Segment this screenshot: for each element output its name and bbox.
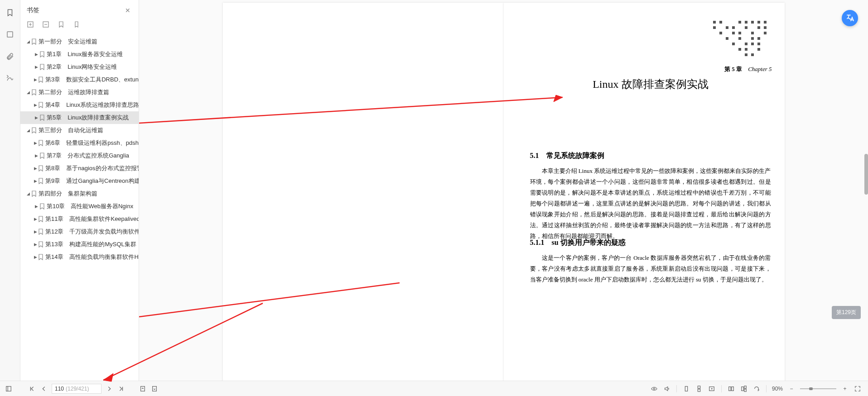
tree-arrow-icon[interactable]: ▶ (34, 242, 37, 247)
bookmark-chapter[interactable]: ▶第5章 Linux故障排查案例实战 (20, 111, 139, 124)
scrollbar-thumb[interactable] (864, 154, 868, 195)
svg-rect-29 (738, 48, 741, 51)
bookmark-icon[interactable] (73, 21, 80, 28)
tree-arrow-icon[interactable]: ▶ (34, 65, 39, 69)
tree-arrow-icon[interactable]: ▶ (34, 141, 37, 145)
bookmark-chapter[interactable]: ▶第1章 Linux服务器安全运维 (20, 48, 139, 61)
bookmark-chapter[interactable]: ▶第12章 千万级高并发负载均衡软件 (20, 225, 139, 238)
zoom-out-button[interactable]: − (787, 385, 796, 393)
bookmarks-header: 书签 ✕ (20, 0, 139, 21)
bookmark-item-icon (38, 102, 43, 108)
svg-rect-10 (713, 26, 716, 29)
svg-rect-46 (698, 389, 700, 391)
tree-arrow-icon[interactable]: ◢ (26, 90, 30, 95)
tree-arrow-icon[interactable]: ◢ (26, 39, 30, 44)
rotate-icon[interactable] (752, 385, 761, 393)
bookmark-item-icon (38, 140, 43, 146)
tree-arrow-icon[interactable]: ◢ (26, 191, 30, 196)
svg-rect-31 (757, 48, 760, 51)
bookmark-chapter[interactable]: ▶第9章 通过Ganglia与Centreon构建 (20, 175, 139, 187)
tree-arrow-icon[interactable]: ▶ (34, 103, 37, 107)
bookmarks-title: 书签 (27, 6, 39, 14)
bookmark-chapter[interactable]: ▶第13章 构建高性能的MySQL集群 (20, 238, 139, 251)
two-page-icon[interactable] (727, 385, 735, 393)
eye-icon[interactable] (650, 385, 658, 393)
bookmark-part[interactable]: ◢第四部分 集群架构篇 (20, 187, 139, 200)
bookmark-label: 第3章 数据安全工具DRBD、extundelete (45, 76, 139, 84)
fit-width-icon[interactable] (150, 385, 159, 393)
last-page-button[interactable] (117, 385, 125, 393)
body-paragraph-2: 这是一个客户的案例，客户的一台 Oracle 数据库服务器突然宕机了，由于在线业… (530, 253, 771, 285)
bookmark-chapter[interactable]: ▶第7章 分布式监控系统Ganglia (20, 149, 139, 162)
collapse-all-icon[interactable] (42, 21, 49, 28)
bookmark-item-icon (39, 153, 45, 159)
tree-arrow-icon[interactable]: ▶ (34, 153, 39, 158)
tree-arrow-icon[interactable]: ▶ (34, 179, 37, 183)
page-indicator-badge: 第129页 (832, 306, 861, 319)
bookmark-item-icon (39, 64, 45, 70)
prev-page-button[interactable] (40, 385, 48, 393)
single-page-icon[interactable] (682, 385, 690, 393)
bookmark-item-icon (38, 76, 43, 83)
bookmark-label: 第8章 基于nagios的分布式监控报警 (45, 164, 139, 172)
bookmark-chapter[interactable]: ▶第4章 Linux系统运维故障排查思路 (20, 99, 139, 111)
svg-rect-20 (764, 32, 767, 34)
fullscreen-icon[interactable] (854, 385, 862, 393)
bookmark-chapter[interactable]: ▶第14章 高性能负载均衡集群软件HAProxy (20, 251, 139, 263)
chapter-title: Linux 故障排查案例实战 (504, 77, 772, 91)
tree-arrow-icon[interactable]: ◢ (26, 128, 30, 133)
first-page-button[interactable] (28, 385, 36, 393)
tree-arrow-icon[interactable]: ▶ (34, 229, 37, 234)
add-bookmark-icon[interactable] (58, 21, 65, 28)
bookmark-label: 第13章 构建高性能的MySQL集群 (45, 240, 136, 248)
left-icon-rail (0, 0, 20, 396)
continuous-page-icon[interactable] (695, 385, 703, 393)
translate-bubble-button[interactable] (842, 10, 858, 26)
tree-arrow-icon[interactable]: ▶ (34, 115, 39, 120)
bookmark-part[interactable]: ◢第三部分 自动化运维篇 (20, 124, 139, 137)
bookmark-chapter[interactable]: ▶第8章 基于nagios的分布式监控报警 (20, 162, 139, 175)
bookmark-part[interactable]: ◢第二部分 运维故障排查篇 (20, 86, 139, 99)
close-icon[interactable]: ✕ (125, 7, 130, 14)
bookmarks-rail-icon[interactable] (5, 8, 14, 17)
panel-toggle-icon[interactable] (5, 385, 13, 393)
zoom-in-button[interactable]: + (841, 385, 849, 393)
attachments-rail-icon[interactable] (5, 52, 14, 61)
bookmark-label: 第7章 分布式监控系统Ganglia (47, 152, 129, 160)
bookmark-item-icon (38, 241, 43, 248)
tree-arrow-icon[interactable]: ▶ (34, 52, 39, 57)
bookmark-item-icon (31, 89, 37, 95)
bookmark-chapter[interactable]: ▶第2章 Linux网络安全运维 (20, 61, 139, 73)
bookmark-label: 第9章 通过Ganglia与Centreon构建 (45, 177, 139, 185)
tree-arrow-icon[interactable]: ▶ (34, 166, 37, 171)
tree-arrow-icon[interactable]: ▶ (34, 255, 37, 259)
thumbnails-rail-icon[interactable] (5, 30, 14, 39)
bookmark-item-icon (39, 51, 45, 57)
bookmark-chapter[interactable]: ▶第3章 数据安全工具DRBD、extundelete (20, 73, 139, 86)
bookmark-label: 第14章 高性能负载均衡集群软件HAProxy (45, 253, 139, 261)
bookmarks-toolbar (20, 21, 139, 33)
page-input[interactable]: 110 (129/421) (52, 384, 101, 394)
zoom-slider[interactable] (800, 387, 836, 390)
bookmark-label: 第5章 Linux故障排查案例实战 (47, 114, 129, 122)
slideshow-icon[interactable] (708, 385, 716, 393)
bookmark-label: 第四部分 集群架构篇 (39, 190, 97, 198)
svg-rect-22 (738, 37, 741, 40)
bookmark-part[interactable]: ◢第一部分 安全运维篇 (20, 35, 139, 48)
bookmark-chapter[interactable]: ▶第10章 高性能Web服务器Nginx (20, 200, 139, 213)
tree-arrow-icon[interactable]: ▶ (34, 204, 39, 209)
expand-all-icon[interactable] (27, 21, 34, 28)
tree-arrow-icon[interactable]: ▶ (34, 77, 37, 82)
svg-rect-30 (745, 48, 747, 51)
svg-rect-21 (726, 37, 728, 40)
read-aloud-icon[interactable] (663, 385, 671, 393)
svg-point-54 (809, 387, 813, 390)
next-page-button[interactable] (105, 385, 113, 393)
bookmark-chapter[interactable]: ▶第11章 高性能集群软件Keepalived (20, 213, 139, 225)
bookmark-chapter[interactable]: ▶第6章 轻量级运维利器pssh、pdsh (20, 137, 139, 149)
signature-rail-icon[interactable] (5, 73, 14, 82)
tree-arrow-icon[interactable]: ▶ (34, 217, 37, 221)
fit-page-icon[interactable] (139, 385, 147, 393)
svg-rect-11 (726, 26, 728, 29)
cover-page-icon[interactable] (740, 385, 748, 393)
